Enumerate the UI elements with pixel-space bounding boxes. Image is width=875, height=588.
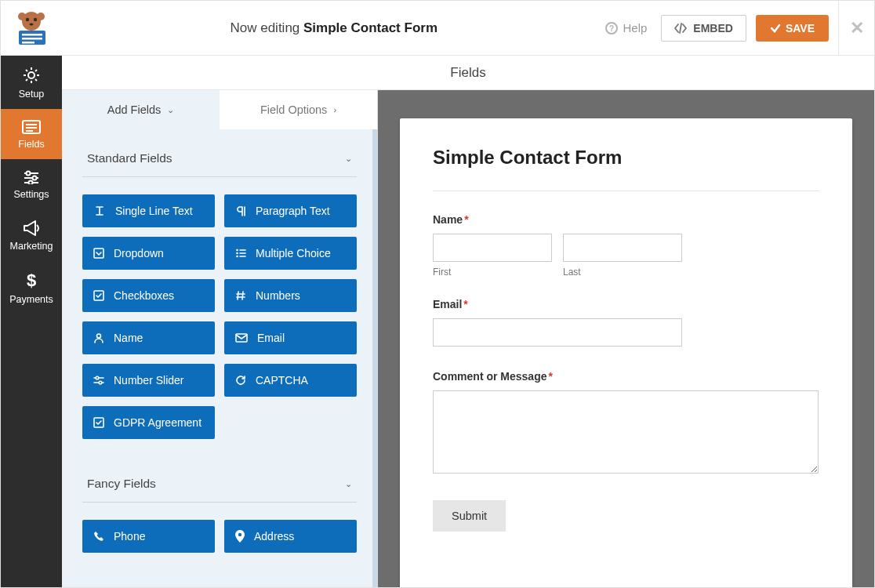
field-label: Address bbox=[254, 530, 294, 543]
field-label: Numbers bbox=[256, 289, 300, 302]
check-square-icon bbox=[93, 290, 104, 301]
field-type-address[interactable]: Address bbox=[224, 520, 357, 553]
close-button[interactable]: ✕ bbox=[838, 1, 874, 56]
field-type-paragraph-text[interactable]: Paragraph Text bbox=[224, 194, 357, 227]
svg-point-26 bbox=[27, 172, 31, 176]
envelope-icon bbox=[235, 333, 248, 343]
bullhorn-icon bbox=[4, 220, 59, 236]
save-button[interactable]: SAVE bbox=[756, 15, 829, 42]
text-cursor-icon bbox=[93, 205, 106, 216]
field-label: Number Slider bbox=[114, 374, 183, 387]
name-label: Name* bbox=[433, 213, 819, 226]
field-label: Single Line Text bbox=[115, 205, 193, 217]
field-type-email[interactable]: Email bbox=[224, 321, 357, 354]
map-marker-icon bbox=[235, 530, 245, 543]
left-nav: Setup Fields Settings Marketing $ Paymen… bbox=[1, 56, 62, 587]
close-icon: ✕ bbox=[850, 18, 864, 38]
nav-setup[interactable]: Setup bbox=[1, 56, 62, 109]
embed-icon bbox=[674, 23, 687, 34]
required-mark: * bbox=[464, 213, 468, 226]
nav-marketing[interactable]: Marketing bbox=[1, 209, 62, 261]
svg-rect-32 bbox=[94, 249, 103, 258]
field-type-captcha[interactable]: CAPTCHA bbox=[224, 364, 357, 397]
help-icon: ? bbox=[605, 22, 618, 34]
field-type-phone[interactable]: Phone bbox=[82, 520, 215, 553]
last-sublabel: Last bbox=[563, 267, 682, 278]
svg-point-1 bbox=[26, 17, 29, 20]
help-link[interactable]: ? Help bbox=[605, 21, 647, 34]
field-type-dropdown[interactable]: Dropdown bbox=[82, 237, 215, 270]
nav-label: Settings bbox=[13, 189, 49, 200]
dollar-icon: $ bbox=[4, 272, 59, 289]
message-label: Comment or Message* bbox=[433, 370, 819, 383]
field-email[interactable]: Email* bbox=[433, 298, 819, 370]
svg-rect-8 bbox=[22, 38, 42, 40]
field-message[interactable]: Comment or Message* bbox=[433, 370, 819, 500]
svg-point-47 bbox=[238, 533, 241, 536]
nav-label: Fields bbox=[18, 139, 44, 150]
mid-header-label: Fields bbox=[450, 65, 485, 81]
email-label: Email* bbox=[433, 298, 819, 310]
field-label: Checkboxes bbox=[114, 289, 174, 302]
check-square-icon bbox=[93, 417, 104, 428]
field-type-checkboxes[interactable]: Checkboxes bbox=[82, 279, 215, 312]
required-mark: * bbox=[463, 298, 467, 310]
chevron-down-icon: ⌄ bbox=[345, 479, 352, 489]
field-type-numbers[interactable]: Numbers bbox=[224, 279, 357, 312]
sliders-icon bbox=[4, 170, 59, 184]
editing-title: Now editing Simple Contact Form bbox=[62, 20, 605, 36]
svg-rect-9 bbox=[22, 42, 34, 44]
section-fancy-fields[interactable]: Fancy Fields ⌄ bbox=[82, 455, 357, 503]
svg-point-4 bbox=[18, 13, 26, 20]
panel-tabs: Add Fields ⌄ Field Options › bbox=[62, 90, 377, 129]
section-standard-fields[interactable]: Standard Fields ⌄ bbox=[82, 129, 357, 177]
field-label: Paragraph Text bbox=[256, 205, 330, 217]
svg-point-30 bbox=[29, 181, 33, 185]
svg-point-33 bbox=[236, 249, 238, 252]
nav-fields[interactable]: Fields bbox=[1, 109, 62, 159]
tab-label: Field Options bbox=[260, 103, 327, 116]
chevron-right-icon: › bbox=[333, 105, 336, 114]
field-label: Dropdown bbox=[114, 247, 164, 260]
refresh-icon bbox=[235, 375, 246, 386]
fields-panel: Add Fields ⌄ Field Options › Standard Fi… bbox=[62, 90, 378, 587]
field-label: Email bbox=[257, 332, 285, 344]
sliders-icon bbox=[93, 375, 104, 386]
field-type-number-slider[interactable]: Number Slider bbox=[82, 364, 215, 397]
field-type-name[interactable]: Name bbox=[82, 321, 215, 354]
svg-point-40 bbox=[97, 334, 101, 338]
chevron-down-icon: ⌄ bbox=[167, 105, 174, 115]
list-ul-icon bbox=[235, 248, 246, 259]
standard-fields-grid: Single Line TextParagraph TextDropdownMu… bbox=[82, 177, 357, 439]
tab-field-options[interactable]: Field Options › bbox=[220, 90, 377, 129]
nav-payments[interactable]: $ Payments bbox=[1, 261, 62, 314]
svg-point-12 bbox=[28, 72, 34, 78]
main: Setup Fields Settings Marketing $ Paymen… bbox=[1, 56, 874, 587]
last-name-input[interactable] bbox=[563, 234, 682, 262]
svg-point-2 bbox=[34, 17, 37, 20]
svg-rect-41 bbox=[236, 334, 247, 342]
preview-form-card: Simple Contact Form Name* First Last bbox=[400, 118, 852, 587]
message-textarea[interactable] bbox=[433, 390, 819, 474]
nav-settings[interactable]: Settings bbox=[1, 159, 62, 209]
field-label: GDPR Agreement bbox=[114, 416, 202, 429]
field-type-multiple-choice[interactable]: Multiple Choice bbox=[224, 237, 357, 270]
svg-line-18 bbox=[35, 79, 37, 81]
field-type-single-line-text[interactable]: Single Line Text bbox=[82, 194, 215, 227]
chevron-down-icon: ⌄ bbox=[345, 154, 352, 164]
first-name-input[interactable] bbox=[433, 234, 552, 262]
field-name[interactable]: Name* First Last bbox=[433, 213, 819, 278]
fancy-fields-grid: PhoneAddress bbox=[82, 503, 357, 553]
submit-button[interactable]: Submit bbox=[433, 500, 506, 532]
embed-label: EMBED bbox=[693, 22, 733, 34]
topbar: Now editing Simple Contact Form ? Help E… bbox=[1, 1, 874, 56]
email-input[interactable] bbox=[433, 318, 682, 347]
now-editing-prefix: Now editing bbox=[230, 20, 303, 35]
required-mark: * bbox=[548, 370, 552, 383]
tab-add-fields[interactable]: Add Fields ⌄ bbox=[62, 90, 220, 129]
svg-line-19 bbox=[35, 70, 37, 71]
panel-scroll[interactable]: Standard Fields ⌄ Single Line TextParagr… bbox=[62, 129, 377, 587]
field-type-gdpr-agreement[interactable]: GDPR Agreement bbox=[82, 406, 215, 439]
embed-button[interactable]: EMBED bbox=[661, 15, 746, 42]
field-label: Name bbox=[114, 332, 143, 344]
